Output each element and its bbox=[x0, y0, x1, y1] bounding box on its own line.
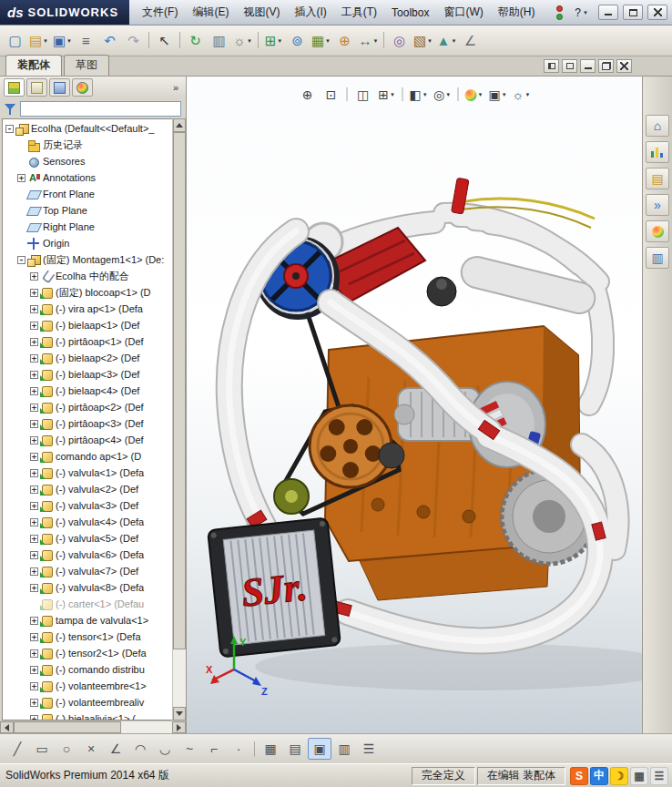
smart-fasteners-icon[interactable]: ⊕ bbox=[333, 29, 356, 53]
tree-item[interactable]: + (固定) blocoap<1> (D bbox=[3, 284, 172, 301]
insert-components-icon[interactable]: ⊞ bbox=[262, 29, 285, 53]
menu-item[interactable]: 插入(I) bbox=[287, 0, 333, 25]
undo-icon[interactable]: ↶ bbox=[98, 29, 121, 53]
sketch-trim-icon[interactable]: × bbox=[79, 738, 103, 760]
headsup-separator[interactable] bbox=[344, 85, 351, 105]
toolbar-separator[interactable] bbox=[381, 29, 387, 53]
tree-item[interactable]: + (-) valvula<5> (Def bbox=[3, 530, 172, 547]
toolbar-separator[interactable] bbox=[146, 29, 152, 53]
tree-item[interactable]: + tampa de valvula<1> bbox=[3, 612, 172, 629]
tree-item[interactable]: + (-) valvula<8> (Defa bbox=[3, 579, 172, 596]
tree-item[interactable]: - Ecolha (Default<<Default>_ bbox=[3, 120, 172, 137]
scrollbar-thumb[interactable] bbox=[173, 132, 186, 649]
assembly-features-icon[interactable]: ▧ bbox=[412, 29, 434, 53]
tree-expander[interactable] bbox=[30, 600, 38, 608]
tree-expander[interactable]: + bbox=[30, 567, 38, 576]
sogou-icon[interactable]: S bbox=[570, 767, 588, 785]
zoom-fit-icon[interactable]: ⊕ bbox=[297, 85, 319, 105]
tree-expander[interactable]: + bbox=[30, 387, 38, 395]
propertymanager-tab[interactable] bbox=[26, 78, 47, 97]
headsup-separator[interactable] bbox=[455, 85, 462, 105]
close-button[interactable] bbox=[647, 5, 667, 20]
tree-expander[interactable]: + bbox=[30, 535, 38, 543]
menu-item[interactable]: 帮助(H) bbox=[491, 0, 543, 25]
measure-icon[interactable]: ∠ bbox=[459, 29, 482, 53]
tree-item[interactable]: + (-) comando distribu bbox=[3, 661, 172, 678]
tree-item[interactable]: + (-) pirtâoap<2> (Def bbox=[3, 399, 172, 415]
redo-icon[interactable]: ↷ bbox=[122, 29, 145, 53]
tree-expander[interactable]: + bbox=[30, 633, 38, 641]
linear-pattern-icon[interactable]: ▦ bbox=[310, 29, 332, 53]
toolbar-separator[interactable] bbox=[177, 29, 183, 53]
menu-item[interactable]: 文件(F) bbox=[135, 0, 185, 25]
menu-item[interactable]: 工具(T) bbox=[334, 0, 384, 25]
scroll-up-button[interactable] bbox=[173, 118, 186, 132]
doc-close-button[interactable] bbox=[616, 59, 632, 73]
hide-show-items-icon[interactable]: ◎ bbox=[432, 85, 453, 105]
tree-item[interactable]: + Annotations bbox=[3, 169, 172, 186]
sketch-tangent-arc-icon[interactable]: ◡ bbox=[153, 738, 177, 760]
edit-appearance-icon[interactable] bbox=[463, 85, 485, 105]
select-icon[interactable]: ↖ bbox=[153, 29, 176, 53]
tree-item[interactable]: + (-) valvula<2> (Def bbox=[3, 481, 172, 497]
snap-icon[interactable]: ▤ bbox=[283, 738, 307, 760]
minimize-button[interactable] bbox=[598, 5, 618, 20]
tree-expander[interactable]: + bbox=[17, 174, 25, 182]
tree-vertical-scrollbar[interactable] bbox=[172, 118, 186, 721]
graphics-area[interactable]: ⊕ ⊡ ◫ ⊞ bbox=[187, 77, 642, 733]
sketch-corner-icon[interactable]: ⌐ bbox=[202, 738, 226, 760]
forum-icon[interactable]: » bbox=[646, 194, 669, 216]
save-icon[interactable]: ▣ bbox=[51, 29, 74, 53]
tree-expander[interactable]: + bbox=[30, 338, 38, 346]
doc-minimize-button[interactable] bbox=[580, 59, 596, 73]
sketch-toolbar-separator[interactable] bbox=[251, 738, 258, 760]
commandmanager-tab[interactable]: 装配体 bbox=[5, 55, 62, 76]
tree-item[interactable]: + (-) valvula<7> (Def bbox=[3, 563, 172, 579]
tree-item[interactable]: + (-) volanteembrealiv bbox=[3, 694, 172, 710]
tree-expander[interactable]: + bbox=[30, 485, 38, 494]
tree-item[interactable]: + (-) bielaap<4> (Def bbox=[3, 383, 172, 399]
featuremanager-tab[interactable] bbox=[4, 78, 25, 97]
menu-item[interactable]: Toolbox bbox=[384, 0, 436, 25]
view-settings-icon[interactable]: ☼ bbox=[511, 85, 533, 105]
tree-expander[interactable] bbox=[17, 190, 25, 199]
open-icon[interactable]: ▤ bbox=[27, 29, 50, 53]
menu-item[interactable]: 编辑(E) bbox=[185, 0, 236, 25]
section-view-icon[interactable]: ◫ bbox=[352, 85, 374, 105]
tree-expander[interactable]: - bbox=[17, 256, 25, 264]
options-icon[interactable]: ☼ bbox=[231, 29, 254, 53]
custom-properties-icon[interactable]: ▥ bbox=[646, 247, 669, 269]
tree-expander[interactable] bbox=[17, 158, 25, 166]
tree-expander[interactable] bbox=[17, 141, 25, 149]
design-library-icon[interactable] bbox=[646, 141, 669, 163]
file-properties-icon[interactable]: ▥ bbox=[208, 29, 230, 53]
tree-expander[interactable]: + bbox=[30, 289, 38, 297]
tree-expander[interactable]: + bbox=[30, 502, 38, 510]
tree-item[interactable]: + (-) bielaap<1> (Def bbox=[3, 317, 172, 333]
crank-pulley[interactable] bbox=[310, 405, 392, 487]
tree-item[interactable]: + comando ap<1> (D bbox=[3, 448, 172, 465]
ime-skin-icon[interactable]: ☽ bbox=[610, 767, 628, 785]
tree-item[interactable]: + (-) valvula<3> (Def bbox=[3, 497, 172, 514]
tree-expander[interactable] bbox=[17, 223, 25, 231]
tree-expander[interactable]: + bbox=[30, 666, 38, 674]
orientation-triad[interactable]: Y X Z bbox=[205, 633, 274, 702]
tree-expander[interactable]: + bbox=[30, 682, 38, 690]
menu-item[interactable]: 视图(V) bbox=[236, 0, 287, 25]
headsup-separator[interactable] bbox=[400, 85, 406, 105]
tree-horizontal-scrollbar[interactable] bbox=[0, 721, 186, 733]
scroll-left-button[interactable] bbox=[0, 721, 14, 733]
tree-expander[interactable]: + bbox=[30, 404, 38, 412]
wireframe-icon[interactable]: ▥ bbox=[332, 738, 356, 760]
menu-item[interactable]: 窗口(W) bbox=[436, 0, 490, 25]
apply-scene-icon[interactable]: ▣ bbox=[487, 85, 509, 105]
tree-expander[interactable]: + bbox=[30, 272, 38, 281]
show-hidden-components-icon[interactable]: ◎ bbox=[388, 29, 411, 53]
scroll-right-button[interactable] bbox=[172, 721, 186, 733]
tree-item[interactable]: Front Plane bbox=[3, 186, 172, 202]
help-button[interactable]: ? bbox=[569, 5, 594, 21]
file-explorer-icon[interactable]: ▤ bbox=[646, 168, 669, 189]
appearances-icon[interactable] bbox=[646, 220, 669, 242]
tree-item[interactable]: Sensores bbox=[3, 153, 172, 169]
tree-expander[interactable]: + bbox=[30, 617, 38, 625]
